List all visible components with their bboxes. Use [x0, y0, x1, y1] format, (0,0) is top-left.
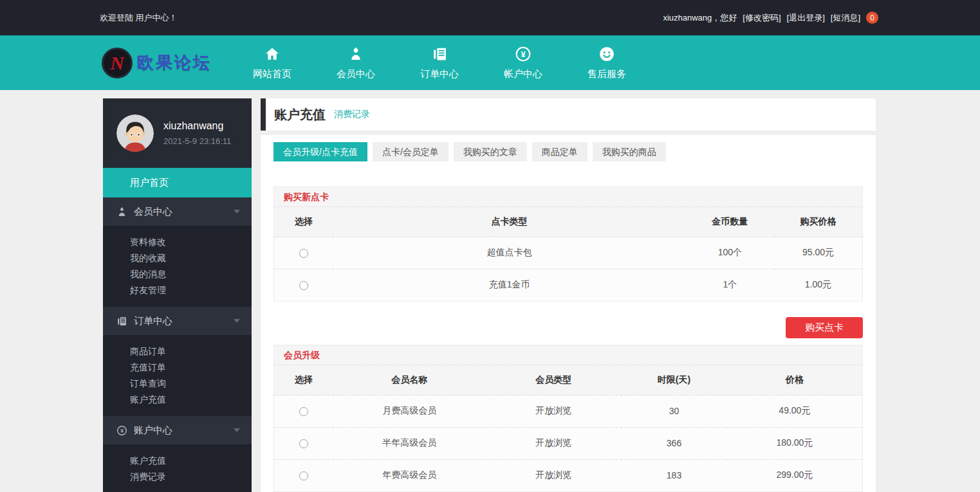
profile-info: xiuzhanwang 2021-5-9 23:16:11 — [163, 120, 231, 146]
column-header-member-name: 会员名称 — [333, 365, 486, 395]
consumption-records-link[interactable]: 消费记录 — [334, 109, 370, 120]
profile-block: xiuzhanwang 2021-5-9 23:16:11 — [103, 98, 252, 168]
home-icon — [264, 45, 281, 62]
sidebar-item-friends[interactable]: 好友管理 — [103, 282, 252, 298]
tab-purchased-products[interactable]: 我购买的商品 — [593, 142, 666, 161]
sidebar-group-label: 订单中心 — [134, 315, 172, 327]
section-title: 购买新点卡 — [274, 187, 862, 207]
sidebar-item-order-query[interactable]: 订单查询 — [103, 376, 252, 392]
column-header-days: 时限(天) — [621, 365, 727, 395]
nav-item-account-center[interactable]: ¥ 帐户中心 — [481, 35, 565, 90]
sidebar-item-product-orders[interactable]: 商品订单 — [103, 343, 252, 360]
cell-card-type: 超值点卡包 — [333, 237, 685, 269]
buy-cards-button[interactable]: 购买点卡 — [786, 317, 863, 338]
person-icon — [116, 206, 127, 217]
sidebar-group-order-center[interactable]: 订单中心 — [103, 307, 252, 335]
topbar-user-area: xiuzhanwang，您好 [修改密码] [退出登录] [短消息] 0 — [663, 12, 878, 24]
sidebar-item-recharge-orders[interactable]: 充值订单 — [103, 360, 252, 376]
sidebar-submenu-member: 资料修改 我的收藏 我的消息 好友管理 — [103, 226, 252, 307]
nav-item-after-sales[interactable]: 售后服务 — [565, 35, 649, 90]
nav-item-label: 会员中心 — [337, 68, 375, 80]
messages-link[interactable]: [短消息] — [831, 12, 860, 24]
logo-icon: N — [102, 48, 133, 78]
message-count-badge[interactable]: 0 — [866, 12, 878, 24]
sidebar-submenu-account: 账户充值 消费记录 — [103, 444, 252, 492]
radio-upgrade-0[interactable] — [299, 407, 308, 416]
cell-member-name: 年费高级会员 — [333, 459, 486, 491]
nav-item-label: 帐户中心 — [504, 68, 542, 80]
page-title: 账户充值 — [274, 106, 326, 123]
profile-login-time: 2021-5-9 23:16:11 — [163, 136, 231, 146]
smiley-icon — [598, 45, 615, 62]
tab-card-member-orders[interactable]: 点卡/会员定单 — [373, 142, 448, 161]
column-header-price: 价格 — [727, 365, 862, 395]
cell-member-name: 半年高级会员 — [333, 427, 486, 459]
table-row: 月费高级会员 开放浏览 30 49.00元 — [274, 395, 862, 427]
sidebar-submenu-order: 商品订单 充值订单 订单查询 账户充值 — [103, 335, 252, 416]
buy-button-row: 购买点卡 — [273, 317, 863, 338]
column-header-select: 选择 — [274, 365, 333, 395]
sidebar-group-account-center[interactable]: ¥ 账户中心 — [103, 416, 252, 444]
yen-icon: ¥ — [116, 425, 127, 436]
site-logo[interactable]: N 欧果论坛 — [102, 48, 212, 78]
tab-upgrade-recharge[interactable]: 会员升级/点卡充值 — [273, 142, 367, 161]
table-header-row: 选择 点卡类型 金币数量 购买价格 — [274, 207, 862, 237]
nav-item-order-center[interactable]: 订单中心 — [398, 35, 481, 90]
order-icon — [432, 45, 448, 62]
sidebar-item-messages[interactable]: 我的消息 — [103, 266, 252, 282]
cell-member-name: 月费高级会员 — [333, 395, 486, 427]
logout-link[interactable]: [退出登录] — [787, 12, 825, 24]
cell-coin-qty: 100个 — [686, 237, 774, 269]
radio-card-0[interactable] — [299, 249, 308, 258]
sidebar-item-user-home[interactable]: 用户首页 — [103, 168, 252, 197]
sidebar-group-member-center[interactable]: 会员中心 — [103, 197, 252, 226]
cell-price: 1.00元 — [774, 269, 862, 301]
column-header-select: 选择 — [274, 207, 333, 237]
profile-username: xiuzhanwang — [163, 120, 231, 132]
upgrade-table: 选择 会员名称 会员类型 时限(天) 价格 月费高级会员 开放浏览 30 49.… — [274, 365, 862, 491]
column-header-coin-qty: 金币数量 — [686, 207, 774, 237]
sidebar-item-account-recharge[interactable]: 账户充值 — [103, 392, 252, 408]
main-nav: 网站首页 会员中心 订单中心 ¥ 帐户中心 售后服务 — [230, 35, 649, 90]
navbar: N 欧果论坛 网站首页 会员中心 订单中心 ¥ 帐户中心 — [0, 35, 980, 90]
chevron-down-icon — [234, 210, 240, 214]
logo-text: 欧果论坛 — [137, 51, 212, 74]
table-row: 半年高级会员 开放浏览 366 180.00元 — [274, 427, 862, 459]
title-marker — [261, 98, 266, 131]
section-member-upgrade: 会员升级 选择 会员名称 会员类型 时限(天) 价格 月费高级会员 — [273, 345, 863, 492]
radio-card-1[interactable] — [299, 281, 308, 290]
tab-product-orders[interactable]: 商品定单 — [532, 142, 587, 161]
tab-purchased-articles[interactable]: 我购买的文章 — [454, 142, 527, 161]
section-title: 会员升级 — [274, 345, 862, 365]
radio-upgrade-2[interactable] — [299, 471, 308, 480]
cell-days: 366 — [621, 427, 727, 459]
sidebar-item-consumption-records[interactable]: 消费记录 — [103, 469, 252, 485]
nav-item-label: 售后服务 — [587, 68, 626, 80]
cell-price: 49.00元 — [727, 395, 862, 427]
table-row: 年费高级会员 开放浏览 183 299.00元 — [274, 459, 862, 491]
user-greeting: xiuzhanwang，您好 — [663, 12, 737, 24]
cell-member-type: 开放浏览 — [486, 459, 621, 491]
cell-price: 180.00元 — [727, 427, 862, 459]
main-content: 账户充值 消费记录 会员升级/点卡充值 点卡/会员定单 我购买的文章 商品定单 … — [261, 98, 876, 492]
order-icon — [116, 316, 127, 327]
svg-text:¥: ¥ — [521, 49, 526, 59]
chevron-down-icon — [234, 428, 240, 432]
cell-days: 30 — [621, 395, 727, 427]
sidebar-item-favorites[interactable]: 我的收藏 — [103, 250, 252, 266]
sidebar-item-account-recharge-2[interactable]: 账户充值 — [103, 453, 252, 469]
svg-text:¥: ¥ — [120, 427, 124, 433]
radio-upgrade-1[interactable] — [299, 439, 308, 448]
cell-member-type: 开放浏览 — [486, 427, 621, 459]
member-icon — [348, 45, 364, 62]
page-title-bar: 账户充值 消费记录 — [261, 98, 876, 131]
cell-price: 95.00元 — [774, 237, 862, 269]
sidebar-item-profile-edit[interactable]: 资料修改 — [103, 234, 252, 250]
nav-item-member-center[interactable]: 会员中心 — [314, 35, 398, 90]
change-password-link[interactable]: [修改密码] — [743, 12, 781, 24]
yen-icon: ¥ — [515, 45, 532, 62]
table-row: 充值1金币 1个 1.00元 — [274, 269, 862, 301]
nav-item-home[interactable]: 网站首页 — [230, 35, 314, 90]
sidebar-group-label: 账户中心 — [134, 424, 172, 437]
column-header-price: 购买价格 — [774, 207, 862, 237]
